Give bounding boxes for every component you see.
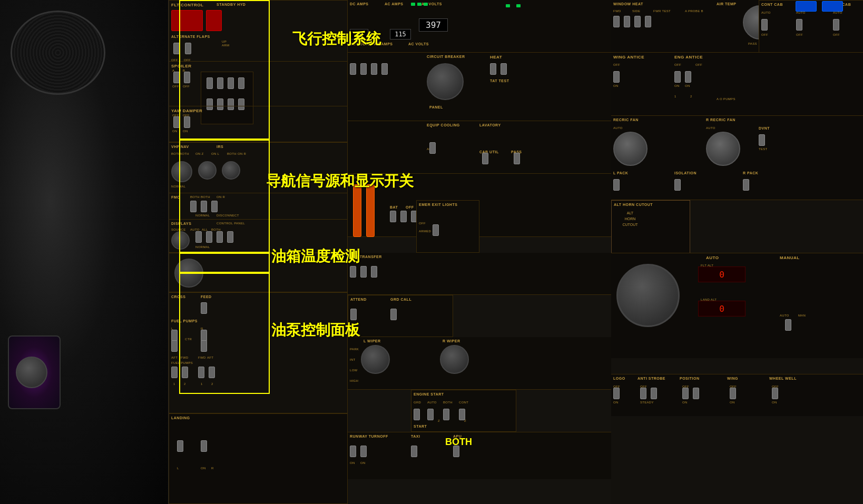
tat-test-label: TAT TEST	[490, 79, 509, 83]
yaw-switch-2[interactable]	[184, 116, 190, 128]
orange-toggle-2[interactable]	[366, 184, 375, 237]
wing-switch[interactable]	[730, 388, 736, 399]
bus-switch-3[interactable]	[371, 266, 377, 278]
eng-antice-switch-1[interactable]	[674, 71, 681, 83]
wh-switch-1[interactable]	[613, 16, 620, 27]
alt-flaps-switch-2[interactable]	[185, 43, 191, 54]
switch-b8[interactable]	[238, 98, 244, 110]
fmc-switch-1[interactable]	[190, 201, 197, 212]
switch-b7[interactable]	[228, 98, 234, 110]
runway-switch-l[interactable]	[350, 446, 356, 457]
spoiler-switch-b[interactable]	[184, 72, 190, 83]
runway-switch-r[interactable]	[360, 446, 367, 457]
altitude-knob[interactable]	[616, 264, 680, 327]
equip-switch[interactable]	[429, 142, 436, 154]
position-switch-1[interactable]	[682, 388, 689, 399]
ctrl-switch-4[interactable]	[227, 231, 233, 243]
switch-b2[interactable]	[217, 77, 223, 89]
fuel-temp-knob[interactable]	[174, 259, 203, 288]
fuel-pump-aft-r[interactable]	[209, 367, 215, 378]
orange-toggle-1[interactable]	[353, 184, 361, 237]
bus-switch-2[interactable]	[360, 266, 367, 278]
taxi-switch[interactable]	[411, 446, 417, 457]
switch-b5[interactable]	[207, 98, 213, 110]
sel-switch-2[interactable]	[360, 63, 367, 75]
util-switch[interactable]	[482, 153, 488, 164]
bat-switch-1[interactable]	[390, 211, 396, 222]
heat-switch-1[interactable]	[490, 63, 496, 75]
eng-switch-2[interactable]	[427, 409, 434, 420]
emer-exit-switch[interactable]	[433, 224, 439, 236]
eng-antice-switch-2[interactable]	[685, 71, 691, 83]
irs-knob-r[interactable]	[222, 161, 240, 180]
l-wiper-knob[interactable]	[361, 345, 390, 374]
r-pack-switch[interactable]	[743, 179, 749, 191]
wh-switch-2[interactable]	[624, 16, 630, 27]
wheel-well-switch[interactable]	[772, 388, 778, 399]
switch-b4[interactable]	[238, 77, 244, 89]
cont-cab-switch[interactable]	[761, 19, 768, 31]
landing-switch-l[interactable]	[177, 440, 183, 452]
wing-antice-switch[interactable]	[613, 71, 620, 83]
vhf-nav-knob[interactable]	[171, 161, 192, 182]
eng-switch-4[interactable]	[459, 409, 465, 420]
switch-b3[interactable]	[228, 77, 234, 89]
blue-btn-2[interactable]	[822, 1, 843, 12]
ctrl-switch-3[interactable]	[217, 231, 223, 243]
l-pack-switch[interactable]	[613, 179, 620, 191]
switch-b1[interactable]	[207, 77, 213, 89]
bat-switch-2[interactable]	[400, 211, 407, 222]
landing-switch-r[interactable]	[201, 440, 207, 452]
r-wiper-knob[interactable]	[440, 345, 469, 374]
strobe-switch-2[interactable]	[651, 388, 657, 399]
lights-section: LOGO ANTI STROBE POSITION WING WHEEL WEL…	[611, 374, 863, 416]
flt-control-switch-1[interactable]	[171, 10, 203, 31]
pass-switch[interactable]	[514, 153, 520, 164]
flt-control-switch-2[interactable]	[206, 10, 222, 31]
ctrl-switch-1[interactable]	[195, 231, 202, 243]
heat-switch-2[interactable]	[501, 63, 507, 75]
auto-man-switch[interactable]	[785, 319, 791, 331]
fmc-switch-2[interactable]	[201, 201, 207, 212]
sel-switch-1[interactable]	[350, 63, 356, 75]
fuel-pump-r1[interactable]	[201, 330, 207, 341]
cb-heat-section: CIRCUIT BREAKER PANEL HEAT TAT TEST	[348, 53, 611, 121]
irs-knob-l[interactable]	[198, 161, 217, 180]
recric-fan-knob-l[interactable]	[613, 132, 648, 166]
alt-flaps-switch-1[interactable]	[173, 43, 180, 54]
sel-switch-4[interactable]	[381, 63, 388, 75]
fwd-cab-switch[interactable]	[796, 19, 802, 31]
fuel-pump-fwd-l[interactable]	[182, 367, 188, 378]
fuel-pump-l1[interactable]	[171, 330, 178, 341]
yaw-switch-1[interactable]	[173, 116, 180, 128]
fuel-pump-ctr-l[interactable]	[171, 340, 178, 352]
attend-switch[interactable]	[350, 309, 357, 320]
auto-man-label-l: AUTO	[780, 314, 789, 317]
spoiler-switch-a[interactable]	[173, 72, 180, 83]
fuel-pump-fwd-r[interactable]	[198, 367, 204, 378]
fuel-pump-ctr-r[interactable]	[201, 340, 207, 352]
sel-switch-3[interactable]	[371, 63, 377, 75]
aft-cab-switch[interactable]	[833, 19, 839, 31]
ctrl-switch-2[interactable]	[206, 231, 212, 243]
wh-switch-3[interactable]	[634, 16, 641, 27]
recric-fan-knob-r[interactable]	[706, 132, 740, 166]
cb-knob[interactable]	[427, 63, 464, 100]
eng-switch-3[interactable]	[443, 409, 449, 420]
cross-feed-switch[interactable]	[201, 302, 207, 314]
left-knob[interactable]	[16, 357, 47, 388]
strobe-switch[interactable]	[640, 388, 646, 399]
wh-switch-4[interactable]	[645, 16, 651, 27]
grd-call-switch[interactable]	[390, 309, 397, 320]
fmc-switch-3[interactable]	[211, 201, 218, 212]
switch-b6[interactable]	[217, 98, 223, 110]
blue-btn-1[interactable]	[796, 1, 817, 12]
source-knob[interactable]	[171, 231, 190, 250]
fuel-pump-aft-l[interactable]	[171, 367, 178, 378]
eng-switch-1[interactable]	[414, 409, 420, 420]
position-switch-2[interactable]	[693, 388, 699, 399]
logo-switch[interactable]	[613, 388, 620, 399]
dvnt-switch[interactable]	[759, 134, 765, 146]
bus-switch-1[interactable]	[350, 266, 356, 278]
isolation-switch[interactable]	[674, 179, 681, 191]
